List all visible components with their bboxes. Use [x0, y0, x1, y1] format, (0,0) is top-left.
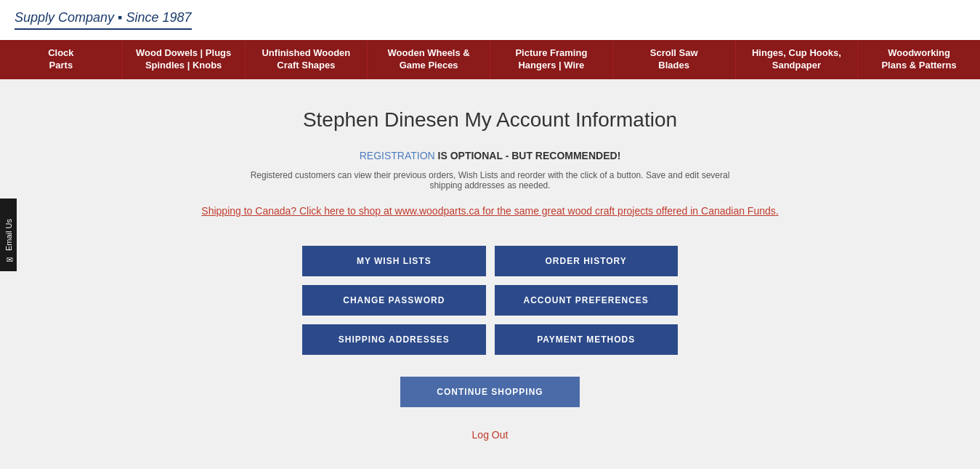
nav-item-wooden-wheels[interactable]: Wooden Wheels &Game Pieces: [368, 40, 490, 79]
nav-item-woodworking[interactable]: WoodworkingPlans & Patterns: [858, 40, 980, 79]
change-password-button[interactable]: CHANGE PASSWORD: [302, 285, 485, 316]
nav-item-wood-dowels[interactable]: Wood Dowels | PlugsSpindles | Knobs: [123, 40, 246, 79]
canada-text[interactable]: Shipping to Canada? Click here to shop a…: [200, 205, 781, 217]
email-icon: ✉: [4, 254, 13, 264]
header: Supply Company ▪ Since 1987: [0, 0, 980, 40]
main-nav: ClockParts Wood Dowels | PlugsSpindles |…: [0, 40, 980, 79]
shipping-addresses-button[interactable]: SHIPPING ADDRESSES: [302, 324, 485, 355]
nav-item-unfinished-wooden[interactable]: Unfinished WoodenCraft Shapes: [246, 40, 368, 79]
nav-item-hinges[interactable]: Hinges, Cup Hooks,Sandpaper: [736, 40, 859, 79]
registration-label-blue: REGISTRATION: [360, 150, 435, 161]
nav-item-clock-parts[interactable]: ClockParts: [0, 40, 123, 79]
registration-text: REGISTRATION IS OPTIONAL - BUT RECOMMEND…: [15, 150, 965, 161]
account-buttons-grid: MY WISH LISTS ORDER HISTORY CHANGE PASSW…: [302, 246, 678, 355]
account-preferences-button[interactable]: ACCOUNT PREFERENCES: [495, 285, 678, 316]
my-wish-lists-button[interactable]: MY WISH LISTS: [302, 246, 485, 276]
logout-link[interactable]: Log Out: [15, 429, 965, 441]
continue-shopping-button[interactable]: CONTINUE SHOPPING: [400, 377, 579, 407]
email-sidebar-label: Email Us: [4, 218, 13, 250]
nav-item-picture-framing[interactable]: Picture FramingHangers | Wire: [490, 40, 613, 79]
info-text: Registered customers can view their prev…: [236, 170, 745, 191]
nav-item-scroll-saw[interactable]: Scroll SawBlades: [613, 40, 736, 79]
main-content: Stephen Dinesen My Account Information R…: [0, 79, 980, 469]
registration-label-rest: IS OPTIONAL - BUT RECOMMENDED!: [438, 150, 621, 161]
logo: Supply Company ▪ Since 1987: [15, 10, 192, 30]
canada-link[interactable]: Shipping to Canada? Click here to shop a…: [201, 205, 778, 217]
email-sidebar[interactable]: ✉ Email Us: [0, 199, 17, 271]
page-title: Stephen Dinesen My Account Information: [15, 108, 965, 132]
payment-methods-button[interactable]: PAYMENT METHODS: [495, 324, 678, 355]
order-history-button[interactable]: ORDER HISTORY: [495, 246, 678, 276]
